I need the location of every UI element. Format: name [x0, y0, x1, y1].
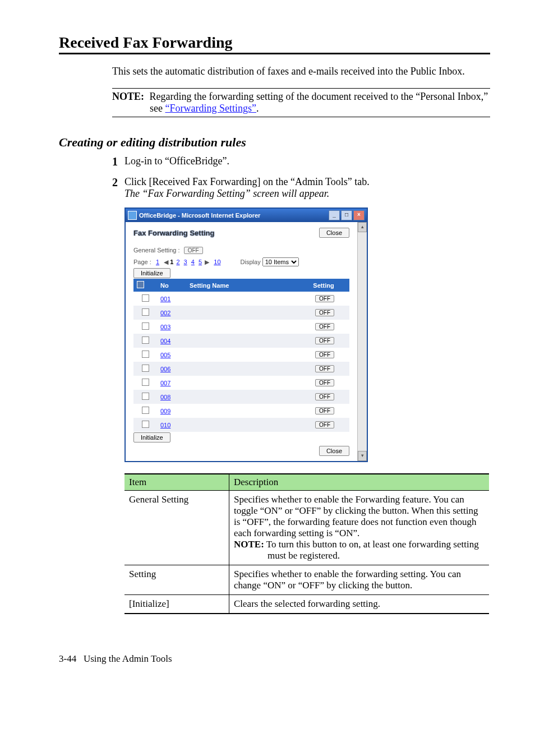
table-row: 008 OFF	[133, 390, 349, 404]
table-row: 002 OFF	[133, 306, 349, 320]
row-setting-toggle[interactable]: OFF	[315, 351, 334, 358]
row-no-link[interactable]: 002	[160, 310, 170, 316]
minimize-icon[interactable]: _	[329, 210, 340, 220]
row-setting-toggle[interactable]: OFF	[315, 309, 334, 316]
row-no-link[interactable]: 010	[160, 422, 170, 428]
row-no-link[interactable]: 006	[160, 366, 170, 372]
row-checkbox[interactable]	[142, 421, 149, 428]
footer-text: Using the Admin Tools	[84, 653, 172, 664]
step-1: 1 Log-in to “OfficeBridge”.	[112, 155, 490, 168]
page-link-3[interactable]: 3	[184, 259, 187, 265]
row-checkbox[interactable]	[142, 379, 149, 386]
description-table: Item Description General Setting Specifi…	[124, 473, 489, 614]
panel-title: Fax Forwarding Setting	[133, 229, 214, 237]
step-2-line1: Click [Received Fax Forwarding] on the “…	[124, 176, 490, 188]
general-setting-toggle[interactable]: OFF	[184, 247, 203, 254]
row-no-link[interactable]: 009	[160, 408, 170, 414]
general-setting-label: General Setting :	[133, 247, 180, 253]
heading-rule	[59, 53, 490, 54]
row-no-link[interactable]: 004	[160, 338, 170, 344]
step-2-line2: The “Fax Forwarding Setting” screen will…	[124, 188, 329, 199]
desc-item-setting: Setting	[124, 565, 229, 595]
note-block: NOTE: Regarding the forwarding setting o…	[112, 88, 490, 117]
close-icon[interactable]: ×	[353, 210, 365, 220]
row-checkbox[interactable]	[142, 407, 149, 414]
table-row: 009 OFF	[133, 404, 349, 418]
table-row: 007 OFF	[133, 376, 349, 390]
row-checkbox[interactable]	[142, 322, 149, 330]
step-2: 2 Click [Received Fax Forwarding] on the…	[112, 176, 490, 200]
table-row: 005 OFF	[133, 348, 349, 362]
ie-icon	[128, 211, 137, 220]
page-first-link[interactable]: 1	[156, 259, 159, 265]
close-button-bottom[interactable]: Close	[319, 446, 349, 456]
desc-head-item: Item	[124, 474, 229, 491]
section-heading: Received Fax Forwarding	[59, 34, 490, 52]
row-setting-toggle[interactable]: OFF	[315, 365, 334, 372]
display-select[interactable]: 10 Items	[262, 257, 299, 266]
table-row: 003 OFF	[133, 320, 349, 334]
row-no-link[interactable]: 007	[160, 380, 170, 386]
scroll-up-icon[interactable]: ▴	[358, 222, 367, 232]
table-row: 010 OFF	[133, 418, 349, 432]
row-checkbox[interactable]	[142, 365, 149, 372]
row-no-link[interactable]: 008	[160, 394, 170, 400]
window-titlebar: OfficeBridge - Microsoft Internet Explor…	[126, 209, 367, 222]
col-setting: Setting	[298, 279, 349, 292]
forwarding-settings-link[interactable]: “Forwarding Settings”	[165, 103, 256, 114]
window-title: OfficeBridge - Microsoft Internet Explor…	[139, 212, 329, 219]
page-last-link[interactable]: 10	[214, 259, 220, 265]
page-link-5[interactable]: 5	[199, 259, 202, 265]
page-link-1[interactable]: 1	[170, 259, 173, 265]
row-no-link[interactable]: 005	[160, 352, 170, 358]
close-button-top[interactable]: Close	[319, 228, 349, 238]
forwarding-table: No Setting Name Setting 001 OFF 002	[133, 279, 349, 432]
desc-text-general: Specifies whether to enable the Forwardi…	[229, 491, 490, 565]
row-setting-toggle[interactable]: OFF	[315, 421, 334, 428]
row-setting-toggle[interactable]: OFF	[315, 323, 334, 330]
page-label: Page :	[133, 259, 151, 265]
display-label: Display	[241, 259, 261, 265]
note-label: NOTE:	[112, 91, 147, 103]
row-setting-toggle[interactable]: OFF	[315, 337, 334, 344]
row-checkbox[interactable]	[142, 393, 149, 400]
row-checkbox[interactable]	[142, 351, 149, 358]
table-row: 004 OFF	[133, 334, 349, 348]
maximize-icon[interactable]: □	[341, 210, 352, 220]
row-checkbox[interactable]	[142, 336, 149, 344]
desc-item-general: General Setting	[124, 491, 229, 565]
col-no: No	[157, 279, 186, 292]
note-text-after: .	[256, 103, 259, 114]
select-all-checkbox[interactable]	[137, 281, 144, 288]
row-setting-toggle[interactable]: OFF	[315, 407, 334, 414]
desc-head-desc: Description	[229, 474, 490, 491]
row-setting-toggle[interactable]: OFF	[315, 379, 334, 386]
step-2-number: 2	[112, 176, 124, 200]
step-1-number: 1	[112, 155, 124, 168]
scroll-down-icon[interactable]: ▾	[358, 451, 367, 461]
page-link-4[interactable]: 4	[191, 259, 195, 265]
row-no-link[interactable]: 003	[160, 324, 170, 330]
desc-item-initialize: [Initialize]	[124, 595, 229, 614]
desc-text-setting: Specifies whether to enable the forwardi…	[229, 565, 490, 595]
row-checkbox[interactable]	[142, 294, 149, 302]
col-setting-name: Setting Name	[186, 279, 298, 292]
page-number: 3-44	[59, 653, 76, 664]
row-setting-toggle[interactable]: OFF	[315, 393, 334, 400]
table-row: 001 OFF	[133, 292, 349, 306]
row-no-link[interactable]: 001	[160, 296, 170, 302]
screenshot-window: OfficeBridge - Microsoft Internet Explor…	[124, 208, 368, 462]
page-footer: 3-44 Using the Admin Tools	[59, 653, 490, 665]
initialize-button-top[interactable]: Initialize	[133, 268, 170, 278]
desc-text-initialize: Clears the selected forwarding setting.	[229, 595, 490, 614]
subsection-heading: Creating or editing distribution rules	[59, 135, 490, 150]
step-1-text: Log-in to “OfficeBridge”.	[124, 155, 490, 168]
initialize-button-bottom[interactable]: Initialize	[133, 432, 170, 442]
page-link-2[interactable]: 2	[176, 259, 179, 265]
table-row: 006 OFF	[133, 362, 349, 376]
row-setting-toggle[interactable]: OFF	[315, 295, 334, 302]
intro-paragraph: This sets the automatic distribution of …	[112, 64, 490, 78]
scrollbar[interactable]: ▴ ▾	[357, 222, 367, 461]
row-checkbox[interactable]	[142, 308, 149, 316]
